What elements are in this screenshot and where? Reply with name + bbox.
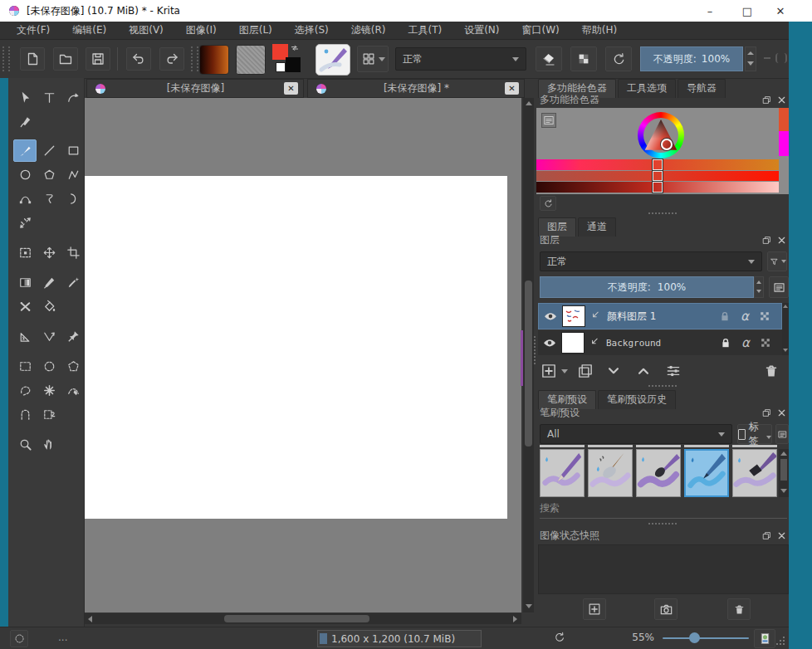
toolbox-overflow-indicator[interactable]: ...: [58, 632, 67, 643]
scroll-left-icon[interactable]: [88, 616, 92, 622]
delete-layer-button[interactable]: [762, 362, 780, 380]
spin-up-icon[interactable]: [756, 281, 761, 284]
selector-update-button[interactable]: [540, 196, 556, 211]
window-resize-grip[interactable]: [775, 635, 786, 647]
vscroll-thumb[interactable]: [525, 281, 532, 446]
brush-preset-preview-button[interactable]: [316, 44, 350, 76]
tool-smart-patch[interactable]: [61, 271, 85, 294]
canvas-only-mode-button[interactable]: [754, 629, 775, 648]
move-layer-up-button[interactable]: [633, 362, 654, 380]
layer-thumbnail[interactable]: [562, 305, 585, 327]
tool-color-sampler[interactable]: [37, 271, 61, 294]
swap-colors-icon[interactable]: [289, 44, 301, 54]
add-layer-button[interactable]: [540, 362, 558, 380]
layer-opacity-spinbox[interactable]: [754, 276, 764, 298]
scroll-down-icon[interactable]: [526, 604, 532, 608]
scroll-down-icon[interactable]: [783, 349, 788, 352]
tool-crop[interactable]: [61, 242, 85, 264]
scroll-right-icon[interactable]: [513, 616, 517, 622]
float-docker-icon[interactable]: [761, 530, 772, 541]
document-tab-1[interactable]: [未保存图像] ✕: [86, 79, 304, 98]
undo-button[interactable]: [126, 47, 151, 71]
tool-text[interactable]: [37, 86, 61, 109]
opacity-slider[interactable]: 不透明度: 100%: [640, 46, 743, 71]
brush-search-input[interactable]: 搜索: [540, 501, 787, 519]
menu-settings[interactable]: 设置(N): [464, 23, 499, 37]
preserve-alpha-button[interactable]: [570, 46, 597, 71]
docker-resize-handle[interactable]: [648, 212, 677, 217]
minimize-button[interactable]: –: [693, 0, 726, 22]
layer-alpha-lock-toggle[interactable]: α: [736, 334, 756, 352]
layer-lock-toggle[interactable]: [716, 334, 736, 352]
hscroll-thumb[interactable]: [224, 615, 369, 622]
tab-close-button[interactable]: ✕: [284, 82, 298, 95]
scroll-up-icon[interactable]: [783, 305, 788, 308]
menu-view[interactable]: 视图(V): [129, 23, 164, 37]
menu-image[interactable]: 图像(I): [186, 23, 217, 37]
tool-fill[interactable]: [37, 295, 61, 318]
foreground-background-colors[interactable]: [272, 44, 302, 74]
menu-filter[interactable]: 滤镜(R): [351, 23, 386, 37]
tool-ellipse[interactable]: [13, 163, 37, 186]
tool-select-shapes[interactable]: [13, 86, 37, 109]
tool-freehand-brush[interactable]: [13, 139, 37, 162]
brush-preset-ink-selected[interactable]: [684, 449, 729, 497]
layer-filter-button[interactable]: [767, 251, 787, 271]
tool-calligraphy[interactable]: [13, 110, 37, 133]
close-docker-icon[interactable]: [776, 407, 787, 418]
tool-pan[interactable]: [37, 433, 61, 456]
zoom-slider-track[interactable]: [663, 637, 749, 639]
maximize-button[interactable]: □: [731, 0, 764, 22]
tool-polygon-select[interactable]: [61, 355, 85, 378]
tool-ellipse-select[interactable]: [37, 355, 61, 378]
float-docker-icon[interactable]: [761, 235, 772, 246]
spin-down-icon[interactable]: [756, 290, 761, 293]
layer-row-background[interactable]: Background α: [538, 330, 782, 355]
spin-down-icon[interactable]: [747, 61, 754, 66]
toolbar-grip[interactable]: [2, 46, 10, 71]
float-docker-icon[interactable]: [761, 407, 772, 418]
close-docker-icon[interactable]: [776, 235, 787, 246]
tool-polygon[interactable]: [37, 163, 61, 186]
tool-gradient[interactable]: [13, 271, 37, 294]
brush-preset-knife[interactable]: [588, 449, 633, 497]
tool-rectangle[interactable]: [61, 139, 85, 162]
layer-thumbnail[interactable]: [561, 332, 585, 354]
tool-edit-shapes[interactable]: [61, 86, 85, 109]
layer-alpha-lock-toggle[interactable]: α: [735, 307, 755, 325]
brush-tag-filter-dropdown[interactable]: All: [540, 424, 732, 444]
tool-bezier-select[interactable]: [61, 379, 85, 402]
tool-colorize-mask[interactable]: [13, 295, 37, 318]
shade-bar-marker[interactable]: [653, 182, 663, 193]
color-history-swatch-2[interactable]: [779, 131, 789, 156]
menu-file[interactable]: 文件(F): [17, 23, 50, 37]
color-cursor[interactable]: [661, 139, 673, 150]
tool-multibrush[interactable]: [13, 212, 37, 234]
docker-resize-handle[interactable]: [648, 523, 677, 528]
layer-inherit-alpha-toggle[interactable]: [756, 334, 775, 352]
workspace-chooser-button[interactable]: [357, 46, 389, 72]
shade-bar-marker[interactable]: [653, 159, 663, 170]
color-selector-area[interactable]: [536, 108, 789, 194]
menu-window[interactable]: 窗口(W): [522, 23, 560, 37]
spin-up-icon[interactable]: [747, 51, 754, 55]
tool-freehand-path[interactable]: [37, 188, 61, 210]
snapshot-list-area[interactable]: [538, 544, 789, 594]
blend-mode-dropdown[interactable]: 正常: [395, 47, 526, 71]
create-snapshot-button[interactable]: [583, 598, 606, 620]
new-document-button[interactable]: [20, 47, 45, 71]
menu-select[interactable]: 选择(S): [295, 23, 329, 37]
canvas-hscrollbar[interactable]: [85, 613, 521, 624]
scroll-up-icon[interactable]: [526, 101, 532, 105]
layer-blend-mode-dropdown[interactable]: 正常: [540, 251, 762, 271]
tool-move[interactable]: [37, 242, 61, 264]
background-color-swatch[interactable]: [286, 57, 301, 72]
opacity-spinbox[interactable]: [745, 46, 756, 71]
tool-similar-color-select[interactable]: [37, 379, 61, 402]
zoom-slider-handle[interactable]: [689, 632, 700, 643]
scroll-up-icon[interactable]: [780, 451, 787, 456]
menu-help[interactable]: 帮助(H): [582, 23, 617, 37]
tool-bezier-curve[interactable]: [13, 188, 37, 210]
tool-freehand-select[interactable]: [13, 379, 37, 402]
tool-assistants[interactable]: [13, 325, 37, 348]
